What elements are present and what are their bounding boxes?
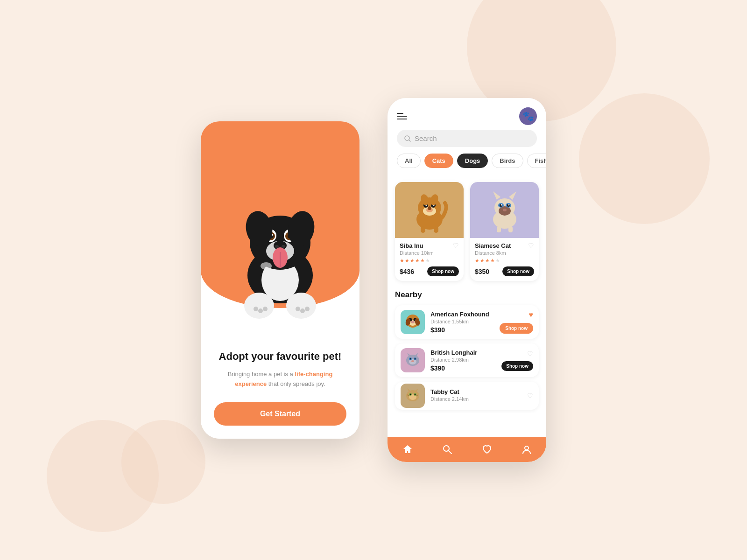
- nearby-item-tabby: Tabby Cat Distance 2.14km ♡: [395, 382, 539, 410]
- nearby-item-foxhound: American Foxhound Distance 1.55km $390 ♥…: [395, 305, 539, 339]
- search-nav-icon: [442, 444, 452, 455]
- user-avatar[interactable]: 🐾: [519, 107, 537, 125]
- longhair-name: British Longhair: [430, 349, 496, 356]
- avatar-icon: 🐾: [522, 111, 534, 122]
- foxhound-info: American Foxhound Distance 1.55km $390: [430, 311, 494, 334]
- nearby-section-title: Nearby: [395, 290, 539, 300]
- shiba-inu-name: Siba Inu: [400, 242, 423, 249]
- shiba-inu-distance: Distance 10km: [400, 250, 459, 256]
- svg-point-83: [415, 394, 416, 395]
- filter-tab-all[interactable]: All: [397, 154, 421, 168]
- siamese-cat-name: Siamese Cat: [475, 242, 511, 249]
- onboarding-hero-bg: [201, 121, 359, 308]
- foxhound-illustration: [403, 313, 422, 331]
- nearby-item-longhair: British Longhair Distance 2.98km $390 ♡ …: [395, 343, 539, 377]
- svg-point-22: [254, 307, 258, 311]
- hamburger-line-3: [397, 119, 407, 119]
- foxhound-name: American Foxhound: [430, 311, 494, 318]
- longhair-shop-button[interactable]: Shop now: [501, 361, 533, 371]
- svg-rect-61: [508, 226, 513, 232]
- svg-rect-46: [434, 226, 438, 233]
- foxhound-shop-button[interactable]: Shop now: [500, 323, 533, 334]
- svg-point-28: [296, 307, 300, 311]
- browse-header: 🐾: [388, 98, 546, 130]
- pet-card-siamese: Siamese Cat ♡ Distance 8km ★★★★★ $350 Sh…: [470, 182, 539, 281]
- siamese-cat-image: [470, 182, 539, 238]
- svg-point-19: [244, 293, 274, 319]
- filter-tab-birds[interactable]: Birds: [492, 154, 523, 168]
- tabby-illustration: [403, 386, 422, 405]
- siamese-cat-card-body: Siamese Cat ♡ Distance 8km ★★★★★ $350 Sh…: [470, 238, 539, 281]
- svg-point-26: [290, 297, 300, 308]
- hamburger-menu-button[interactable]: [397, 113, 407, 119]
- svg-marker-51: [509, 191, 516, 200]
- search-icon: [404, 135, 411, 142]
- siamese-cat-rating: ★★★★★: [475, 258, 534, 264]
- svg-rect-45: [421, 226, 425, 233]
- search-input-wrapper[interactable]: Search: [397, 130, 537, 147]
- svg-point-57: [508, 204, 509, 206]
- svg-point-74: [415, 358, 416, 360]
- siamese-cat-price: $350: [475, 268, 489, 275]
- svg-point-77: [411, 360, 414, 362]
- user-nav-icon: [521, 444, 532, 455]
- subtitle-text2: that only spreads joy.: [267, 380, 325, 387]
- shiba-inu-image: [395, 182, 464, 238]
- filter-tab-dogs[interactable]: Dogs: [457, 154, 488, 168]
- svg-line-89: [449, 451, 451, 454]
- siamese-cat-shop-button[interactable]: Shop now: [502, 266, 534, 276]
- longhair-actions: ♡ Shop now: [501, 350, 533, 371]
- longhair-distance: Distance 2.98km: [430, 357, 496, 363]
- pet-card-shiba-inu: Siba Inu ♡ Distance 10km ★★★★★★ $436 Sho…: [395, 182, 464, 281]
- onboarding-title: Adopt your favourite pet!: [219, 350, 342, 364]
- svg-rect-60: [497, 226, 501, 232]
- nav-home-button[interactable]: [398, 442, 417, 456]
- siamese-cat-distance: Distance 8km: [475, 250, 534, 256]
- search-section: Search: [388, 130, 546, 154]
- get-started-button[interactable]: Get Started: [214, 402, 346, 426]
- longhair-favorite-button[interactable]: ♡: [527, 350, 533, 357]
- svg-point-31: [261, 262, 272, 270]
- longhair-illustration: [403, 351, 422, 370]
- svg-point-29: [300, 308, 305, 313]
- nav-profile-button[interactable]: [517, 442, 536, 456]
- foxhound-favorite-button[interactable]: ♥: [529, 311, 534, 319]
- nav-search-button[interactable]: [438, 442, 457, 456]
- svg-point-82: [410, 394, 411, 395]
- dog-illustration: [215, 182, 345, 331]
- shiba-inu-favorite-button[interactable]: ♡: [453, 242, 459, 249]
- filter-tab-cats[interactable]: Cats: [424, 154, 453, 168]
- filter-tab-fish[interactable]: Fish: [527, 154, 546, 168]
- shiba-inu-illustration: [409, 187, 451, 233]
- onboarding-subtitle: Bringing home a pet is a life-changing e…: [214, 370, 346, 389]
- bg-decoration-4: [579, 93, 710, 224]
- tabby-info: Tabby Cat Distance 2.14km: [430, 388, 521, 404]
- browse-screen: 🐾 Search All Cats Dogs Birds F: [388, 98, 546, 462]
- browse-scrollable-content[interactable]: Siba Inu ♡ Distance 10km ★★★★★★ $436 Sho…: [388, 175, 546, 437]
- home-icon: [402, 444, 413, 455]
- shiba-inu-shop-button[interactable]: Shop now: [427, 266, 459, 276]
- tabby-name: Tabby Cat: [430, 388, 521, 395]
- siamese-cat-favorite-button[interactable]: ♡: [528, 242, 534, 249]
- tabby-actions: ♡: [527, 392, 533, 399]
- longhair-info: British Longhair Distance 2.98km $390: [430, 349, 496, 372]
- svg-point-68: [411, 321, 415, 323]
- browse-content-wrapper: 🐾 Search All Cats Dogs Birds F: [388, 98, 546, 462]
- shiba-inu-rating: ★★★★★★: [400, 258, 459, 264]
- phones-container: Adopt your favourite pet! Bringing home …: [201, 98, 546, 462]
- svg-point-6: [282, 245, 285, 248]
- tabby-favorite-button[interactable]: ♡: [527, 392, 533, 399]
- bottom-navigation: [388, 437, 546, 462]
- shiba-inu-price-row: $436 Shop now: [400, 266, 459, 276]
- svg-marker-50: [493, 191, 500, 200]
- svg-point-20: [248, 297, 258, 308]
- foxhound-price: $390: [430, 326, 494, 334]
- nav-favorites-button[interactable]: [478, 442, 496, 456]
- longhair-price: $390: [430, 364, 496, 372]
- shiba-inu-price: $436: [400, 268, 414, 275]
- svg-point-5: [275, 245, 279, 248]
- foxhound-actions: ♥ Shop now: [500, 311, 533, 334]
- svg-point-54: [500, 204, 502, 206]
- bg-decoration-3: [121, 420, 205, 504]
- svg-point-59: [500, 206, 509, 214]
